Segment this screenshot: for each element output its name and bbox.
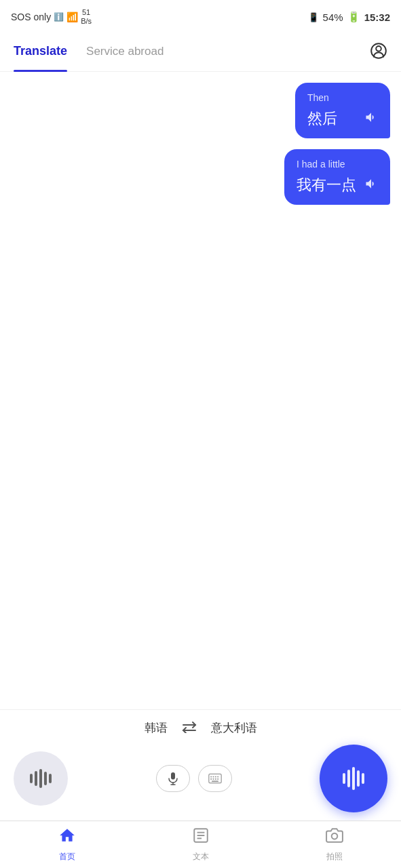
tab-translate[interactable]: Translate xyxy=(14,34,67,71)
target-lang-label: 意大利语 xyxy=(211,720,257,736)
account-circle-icon[interactable] xyxy=(370,42,387,64)
bubble-translation-1: 然后 xyxy=(307,108,337,129)
battery-icon: 🔋 xyxy=(347,11,360,23)
home-icon xyxy=(58,827,76,848)
camera-icon xyxy=(326,827,343,848)
center-buttons xyxy=(156,765,232,792)
swap-languages-icon[interactable] xyxy=(181,719,197,736)
waveform-right-icon xyxy=(343,767,364,790)
text-icon xyxy=(192,827,210,848)
sos-label: SOS only xyxy=(11,12,51,22)
bottom-nav: 首页 文本 拍照 xyxy=(0,821,401,868)
microphone-button[interactable] xyxy=(156,765,190,792)
status-bar: SOS only ℹ️ 📶 51B/s 📱 54% 🔋 15:32 xyxy=(0,0,401,34)
wifi-icon: 📶 xyxy=(66,12,78,22)
bubble-translation-row-1: 然后 xyxy=(307,108,378,129)
chat-bubble-2: I had a little 我有一点 xyxy=(284,149,390,205)
mic-button-left[interactable] xyxy=(14,751,68,806)
input-row xyxy=(14,745,387,812)
chat-area: Then 然后 I had a little 我有一点 xyxy=(0,72,401,709)
source-lang-label: 韩语 xyxy=(145,720,168,736)
tab-service-abroad[interactable]: Service abroad xyxy=(86,34,164,71)
message-wrapper-2: I had a little 我有一点 xyxy=(11,149,390,205)
bubble-translation-row-2: 我有一点 xyxy=(297,175,378,195)
mic-button-right[interactable] xyxy=(320,745,387,812)
message-wrapper-1: Then 然后 xyxy=(11,83,390,138)
chat-bubble-1: Then 然后 xyxy=(295,83,390,138)
svg-point-19 xyxy=(331,833,337,840)
svg-rect-2 xyxy=(171,772,175,780)
header-tabs: Translate Service abroad xyxy=(14,34,164,71)
bubble-translation-2: 我有一点 xyxy=(297,175,356,195)
bottom-controls: 韩语 意大利语 xyxy=(0,709,401,821)
waveform-left-icon xyxy=(30,769,52,788)
bubble-original-1: Then xyxy=(307,92,378,103)
data-speed: 51B/s xyxy=(81,8,92,26)
nav-label-text: 文本 xyxy=(193,851,209,863)
nav-item-text[interactable]: 文本 xyxy=(134,827,267,863)
speaker-icon-2[interactable] xyxy=(364,177,378,194)
status-right: 📱 54% 🔋 15:32 xyxy=(308,11,390,23)
warning-icon: ℹ️ xyxy=(54,12,64,22)
battery-percent: 54% xyxy=(323,12,343,23)
speaker-icon-1[interactable] xyxy=(364,111,378,127)
header: Translate Service abroad xyxy=(0,34,401,72)
nav-item-home[interactable]: 首页 xyxy=(0,827,134,863)
nav-item-camera[interactable]: 拍照 xyxy=(267,827,401,863)
nav-label-camera: 拍照 xyxy=(326,851,343,863)
clock: 15:32 xyxy=(364,12,390,23)
status-left: SOS only ℹ️ 📶 51B/s xyxy=(11,8,92,26)
keyboard-button[interactable] xyxy=(198,765,232,792)
language-row: 韩语 意大利语 xyxy=(14,719,387,736)
phone-icon: 📱 xyxy=(308,12,319,22)
nav-label-home: 首页 xyxy=(59,851,75,863)
svg-point-1 xyxy=(376,45,381,51)
bubble-original-2: I had a little xyxy=(297,159,378,170)
